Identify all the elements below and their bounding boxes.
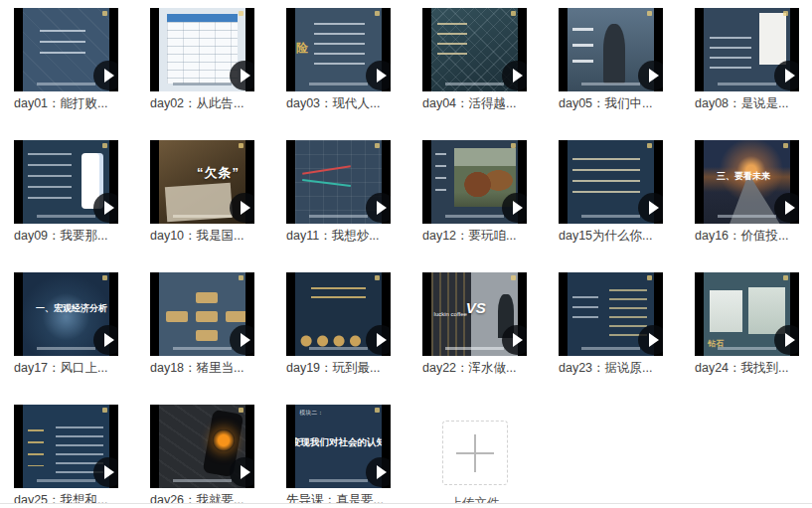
video-title: day03：现代人... [286,95,391,111]
thumbnail-overlay-text: 险 [296,40,308,57]
thumbnail-overlay-text: 三、要看未来 [717,170,770,183]
video-card[interactable]: day12：要玩咱... [422,140,527,244]
play-button-icon[interactable] [93,61,118,90]
play-button-icon[interactable] [230,325,254,355]
play-button-icon[interactable] [502,325,527,355]
video-thumbnail[interactable]: 变现我们对社会的认知模块二： [286,405,391,488]
play-button-icon[interactable] [366,457,391,487]
watermark-icon [511,275,516,280]
video-card[interactable]: day09：我要那... [14,140,118,244]
video-title: day16：价值投... [695,228,799,244]
video-thumbnail[interactable] [695,8,799,91]
thumbnail-caption-line [37,347,95,350]
bottom-divider [0,503,812,508]
video-thumbnail[interactable]: 三、要看未来 [695,140,799,224]
thumbnail-caption-line [581,215,640,218]
video-thumbnail[interactable] [150,272,254,356]
play-button-icon[interactable] [502,193,527,223]
thumbnail-overlay-text: VS [466,299,486,316]
play-button-icon[interactable] [230,193,254,223]
video-title: day05：我们中... [559,95,663,111]
watermark-icon [102,143,107,148]
thumbnail-overlay-subtext: luckin coffee [434,311,467,317]
video-thumbnail[interactable] [14,8,118,91]
upload-tile[interactable]: 上传文件 [422,405,527,508]
watermark-icon [375,143,380,148]
video-title: day24：我找到... [695,360,799,376]
play-button-icon[interactable] [230,457,254,487]
video-thumbnail[interactable]: VSluckin coffee [422,272,527,356]
play-button-icon[interactable] [93,193,118,223]
video-title: day19：玩到最... [286,360,391,376]
video-card[interactable]: day05：我们中... [559,8,663,111]
video-title: day11：我想炒... [286,228,391,244]
video-thumbnail[interactable] [14,140,118,224]
video-card[interactable]: 一、宏观经济分析day17：风口上... [14,272,118,376]
video-card[interactable]: day08：是说是... [695,8,799,111]
video-card[interactable]: day11：我想炒... [286,140,391,244]
upload-dropzone[interactable] [442,421,508,485]
watermark-icon [239,11,244,16]
video-card[interactable]: day01：能打败... [14,8,118,111]
video-card[interactable]: 三、要看未来day16：价值投... [695,140,799,244]
video-card[interactable]: 险day03：现代人... [286,8,391,111]
play-button-icon[interactable] [638,61,663,90]
play-button-icon[interactable] [230,61,254,90]
watermark-icon [375,408,380,413]
video-card[interactable]: day02：从此告... [150,8,254,111]
plus-icon [456,434,494,472]
video-thumbnail[interactable] [150,405,254,488]
thumbnail-caption-line [309,83,368,85]
watermark-icon [239,275,244,280]
video-card[interactable]: day25：我想和... [14,405,118,508]
thumbnail-overlay-text: 一、宏观经济分析 [36,302,107,315]
video-title: day02：从此告... [150,95,254,111]
play-button-icon[interactable] [638,325,663,355]
video-card[interactable]: day23：据说原... [559,272,663,376]
video-thumbnail[interactable] [559,272,663,356]
video-thumbnail[interactable]: 险 [286,8,391,91]
video-card[interactable]: “欠条”day10：我是国... [150,140,254,244]
play-button-icon[interactable] [774,61,799,90]
thumbnail-caption-line [445,215,504,218]
play-button-icon[interactable] [366,61,391,90]
video-thumbnail[interactable] [286,140,391,224]
play-button-icon[interactable] [93,457,118,487]
video-thumbnail[interactable] [559,8,663,91]
watermark-icon [102,408,107,413]
video-thumbnail[interactable] [286,272,391,356]
video-card[interactable]: VSluckin coffeeday22：浑水做... [422,272,527,376]
watermark-icon [783,143,788,148]
thumbnail-caption-line [37,479,95,482]
video-thumbnail[interactable]: 钻石 [695,272,799,356]
video-card[interactable]: day18：猪里当... [150,272,254,376]
watermark-icon [102,11,107,16]
video-thumbnail[interactable] [422,140,527,224]
video-thumbnail[interactable] [150,8,254,91]
video-title: day12：要玩咱... [422,228,527,244]
video-thumbnail[interactable]: 一、宏观经济分析 [14,272,118,356]
video-card[interactable]: day19：玩到最... [286,272,391,376]
video-card[interactable]: 变现我们对社会的认知模块二：先导课：真是要... [286,405,391,508]
video-card[interactable]: day15为什么你... [559,140,663,244]
video-card[interactable]: day04：活得越... [422,8,527,111]
play-button-icon[interactable] [774,193,799,223]
video-thumbnail[interactable]: “欠条” [150,140,254,224]
video-thumbnail[interactable] [559,140,663,224]
watermark-icon [375,11,380,16]
video-card[interactable]: day26：我就要... [150,405,254,508]
video-title: day22：浑水做... [422,360,527,376]
video-thumbnail[interactable] [422,8,527,91]
video-thumbnail[interactable] [14,405,118,488]
play-button-icon[interactable] [774,325,799,355]
play-button-icon[interactable] [366,325,391,355]
thumbnail-overlay-subtext: 模块二： [299,409,323,418]
play-button-icon[interactable] [638,193,663,223]
video-card[interactable]: 钻石day24：我找到... [695,272,799,376]
play-button-icon[interactable] [502,61,527,90]
play-button-icon[interactable] [93,325,118,355]
watermark-icon [239,143,244,148]
thumbnail-caption-line [173,215,232,218]
play-button-icon[interactable] [366,193,391,223]
watermark-icon [239,408,244,413]
